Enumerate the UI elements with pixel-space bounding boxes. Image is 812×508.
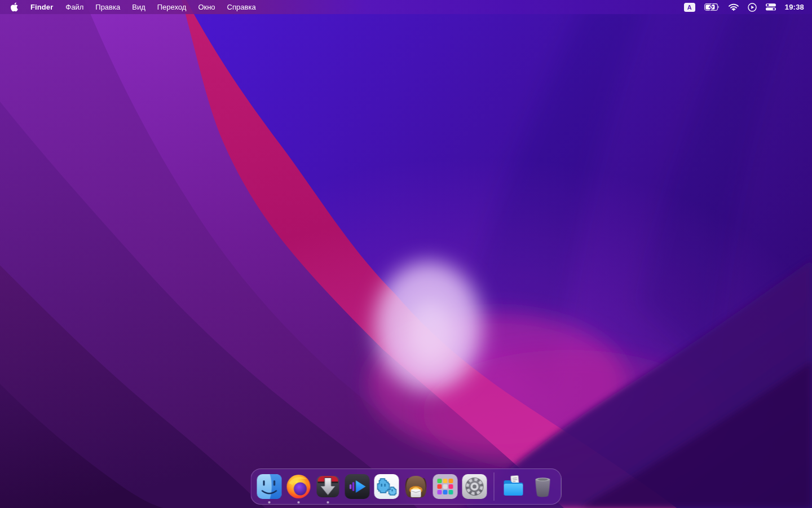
dock-item-archive-utility[interactable]: [403, 474, 429, 500]
input-source-icon[interactable]: A: [684, 3, 695, 12]
desktop: Finder Файл Правка Вид Переход Окно Спра…: [0, 0, 812, 508]
dock-item-download-manager[interactable]: [315, 474, 341, 500]
apple-menu[interactable]: [11, 2, 19, 12]
menu-bar: Finder Файл Правка Вид Переход Окно Спра…: [0, 0, 812, 14]
menu-edit[interactable]: Правка: [95, 3, 120, 11]
dock-item-system-preferences[interactable]: [462, 474, 488, 500]
media-player-icon: [345, 474, 370, 500]
menu-bar-clock[interactable]: 19:38: [785, 3, 804, 11]
download-manager-icon: [315, 474, 341, 500]
dock-item-media-player[interactable]: [345, 474, 370, 500]
archive-utility-squirrel-icon: [403, 474, 429, 500]
system-preferences-icon: [462, 474, 488, 500]
apple-logo-icon: [11, 2, 19, 12]
finder-icon: [257, 474, 283, 500]
dock: [251, 468, 562, 505]
dock-separator: [494, 472, 495, 501]
trash-empty-icon: [530, 474, 556, 500]
menu-help[interactable]: Справка: [227, 3, 256, 11]
menu-file[interactable]: Файл: [65, 3, 83, 11]
wallpaper-monterey: [0, 0, 812, 508]
menu-window[interactable]: Окно: [198, 3, 215, 11]
menu-view[interactable]: Вид: [132, 3, 145, 11]
active-app-name[interactable]: Finder: [30, 3, 53, 11]
now-playing-icon[interactable]: [748, 3, 757, 12]
launchpad-icon: [433, 474, 458, 500]
dock-item-pixel-ghosts-app[interactable]: [374, 474, 400, 500]
running-indicator: [268, 501, 271, 503]
running-indicator: [327, 501, 329, 503]
menu-go[interactable]: Переход: [157, 3, 187, 11]
dock-item-firefox[interactable]: [286, 474, 312, 500]
downloads-folder-icon: [501, 474, 527, 500]
battery-charging-icon[interactable]: [704, 3, 720, 11]
dock-item-downloads-folder[interactable]: [501, 474, 527, 500]
dock-item-trash[interactable]: [530, 474, 556, 500]
wifi-icon[interactable]: [729, 3, 739, 11]
dock-item-launchpad[interactable]: [433, 474, 458, 500]
running-indicator: [298, 501, 300, 503]
pixel-ghosts-app-icon: [374, 474, 400, 500]
control-center-icon[interactable]: [766, 3, 776, 11]
dock-item-finder[interactable]: [257, 474, 283, 500]
firefox-icon: [286, 474, 312, 500]
